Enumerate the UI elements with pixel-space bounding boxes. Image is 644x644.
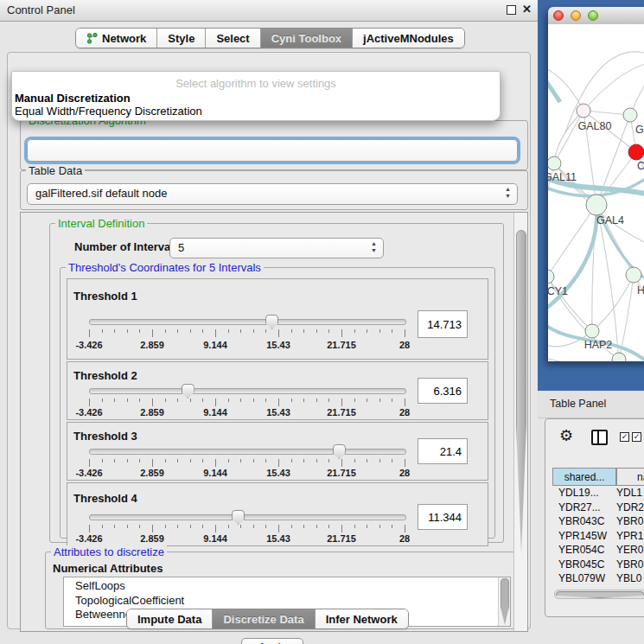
slider-thumb[interactable] xyxy=(265,315,278,329)
algorithm-combobox[interactable] xyxy=(27,139,518,162)
slider-tick xyxy=(341,329,342,337)
minimize-traffic-light-icon[interactable] xyxy=(571,10,581,21)
table-row[interactable]: YDL19...YDL1 xyxy=(552,486,644,501)
list-scrollbar[interactable] xyxy=(498,577,510,626)
slider-track[interactable] xyxy=(89,388,406,394)
network-node[interactable] xyxy=(626,267,641,283)
slider-thumb[interactable] xyxy=(182,384,194,399)
slider-tick xyxy=(354,329,355,333)
slider-tick xyxy=(291,525,292,528)
column-header-shared-name[interactable]: shared... xyxy=(552,468,616,486)
slider-tick-label: 9.144 xyxy=(203,407,227,418)
slider-tick xyxy=(265,459,266,462)
network-node[interactable] xyxy=(586,194,607,215)
slider-tick xyxy=(89,399,90,406)
settings-scrollpane: Interval Definition Number of Intervals … xyxy=(20,212,528,632)
table-data-combobox[interactable]: galFiltered.sif default node ▲▼ xyxy=(27,183,518,205)
screen: Control Panel ✕ Network Style Select Cyn… xyxy=(0,0,644,644)
slider-tick xyxy=(89,525,90,532)
table-row[interactable]: YBR045CYBR0 xyxy=(552,558,644,572)
threshold-label: Threshold 3 xyxy=(73,430,137,443)
threshold-value-input[interactable]: 14.713 xyxy=(418,310,468,338)
slider-tick xyxy=(328,525,329,528)
attributes-title: Attributes to discretize xyxy=(51,545,167,558)
checkbox-icon[interactable]: ✓ xyxy=(632,432,641,442)
slider-tick xyxy=(215,399,216,406)
gear-icon[interactable]: ⚙ xyxy=(559,426,573,445)
threshold-label: Threshold 2 xyxy=(73,369,137,382)
menu-item-equal-width-frequency[interactable]: Equal Width/Frequency Discretization xyxy=(15,105,202,118)
table-row[interactable]: YDR27...YDR2 xyxy=(552,501,644,515)
column-header-name[interactable]: na xyxy=(616,468,644,486)
network-node[interactable] xyxy=(577,104,590,118)
table-row[interactable]: YLR345WYLR3 xyxy=(552,586,644,589)
slider-tick xyxy=(165,459,166,462)
threshold-value-input[interactable]: 6.316 xyxy=(418,378,468,404)
cyni-toolbox-panel: Discretization Algorithm Table Data galF… xyxy=(7,52,531,629)
tab-jactivemnodules[interactable]: jActiveMNodules xyxy=(353,29,464,48)
network-node[interactable] xyxy=(628,144,644,160)
slider-tick xyxy=(278,399,279,406)
threshold-value-input[interactable]: 11.344 xyxy=(418,504,468,530)
tab-cyni-toolbox[interactable]: Cyni Toolbox xyxy=(261,29,353,48)
network-node[interactable] xyxy=(612,353,626,361)
zoom-traffic-light-icon[interactable] xyxy=(588,10,598,21)
slider-thumb[interactable] xyxy=(333,444,346,459)
tab-style[interactable]: Style xyxy=(157,29,206,48)
slider-tick xyxy=(265,399,266,402)
slider-track[interactable] xyxy=(89,449,406,455)
tab-network[interactable]: Network xyxy=(76,29,157,48)
attribute-list-item[interactable]: SelfLoops xyxy=(75,579,510,594)
menu-item-manual-discretization[interactable]: Manual Discretization xyxy=(15,92,131,105)
slider-tick xyxy=(392,399,392,402)
network-edge xyxy=(596,205,619,360)
slider-tick xyxy=(367,329,367,333)
slider-tick-label: 15.43 xyxy=(266,407,290,418)
slider-thumb[interactable] xyxy=(232,510,245,525)
slider-track[interactable] xyxy=(89,514,406,520)
slider-tick-label: 28 xyxy=(399,468,410,478)
vertical-scrollbar[interactable] xyxy=(513,213,527,631)
network-node[interactable] xyxy=(548,156,561,170)
apply-button[interactable]: Apply xyxy=(241,638,303,644)
bottom-tab-bar: Impute Data Discretize Data Infer Networ… xyxy=(126,609,409,629)
table-row[interactable]: YER054CYER0 xyxy=(552,543,644,558)
slider-tick xyxy=(202,399,203,402)
cell-name: YBL0 xyxy=(616,572,641,584)
close-icon[interactable]: ✕ xyxy=(522,3,532,16)
network-node[interactable] xyxy=(548,270,554,284)
column-browser-icon[interactable] xyxy=(591,430,608,445)
slider-tick-label: -3.426 xyxy=(75,533,102,544)
table-row[interactable]: YBR043CYBR0 xyxy=(552,514,644,529)
slider-tick xyxy=(303,459,304,462)
slider-tick xyxy=(328,459,329,462)
network-canvas[interactable]: GAL80GACGAL11GAL4GCY1HHAP2 xyxy=(548,24,644,361)
slider-track[interactable] xyxy=(89,319,406,325)
slider-tick xyxy=(127,399,128,402)
slider-tick xyxy=(152,525,153,532)
table-row[interactable]: YBL079WYBL0 xyxy=(552,571,644,586)
tab-select[interactable]: Select xyxy=(206,29,260,48)
slider-tick-label: 21.715 xyxy=(327,407,356,418)
slider-tick xyxy=(102,329,103,333)
network-node[interactable] xyxy=(623,108,637,122)
table-row[interactable]: YPR145WYPR1 xyxy=(552,529,644,544)
cell-name: YBR0 xyxy=(616,515,643,527)
network-window-titlebar[interactable] xyxy=(548,7,644,25)
slider-tick-label: 9.144 xyxy=(203,468,227,478)
slider-tick xyxy=(240,525,241,528)
close-traffic-light-icon[interactable] xyxy=(553,10,564,21)
checkbox-icon[interactable]: ✓ xyxy=(620,432,629,442)
slider-tick-label: 15.43 xyxy=(266,533,290,544)
horizontal-scrollbar[interactable] xyxy=(554,590,644,599)
tab-discretize-data[interactable]: Discretize Data xyxy=(213,609,315,628)
attribute-list-item[interactable]: TopologicalCoefficient xyxy=(75,594,510,609)
tab-infer-network[interactable]: Infer Network xyxy=(316,609,408,628)
slider-tick xyxy=(240,399,241,402)
network-node[interactable] xyxy=(585,324,599,338)
threshold-value-input[interactable]: 21.4 xyxy=(418,438,468,464)
number-of-intervals-combobox[interactable]: 5 ▲▼ xyxy=(169,238,384,258)
slider-tick xyxy=(303,329,304,333)
float-window-icon[interactable] xyxy=(507,5,516,15)
tab-impute-data[interactable]: Impute Data xyxy=(127,609,213,628)
